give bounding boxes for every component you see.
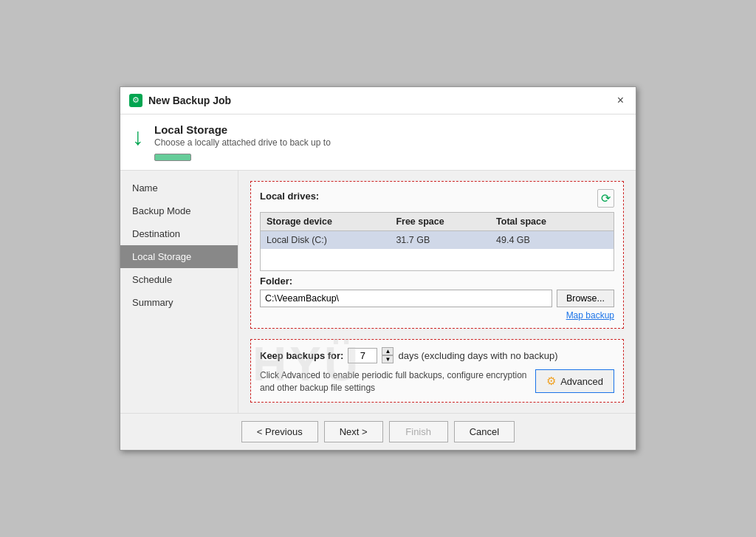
table-row[interactable]: Local Disk (C:) 31.7 GB 49.4 GB [261,230,614,249]
browse-button[interactable]: Browse... [557,290,614,307]
main-body: Name Backup Mode Destination Local Stora… [120,171,636,413]
footer: < Previous Next > Finish Cancel [120,413,636,450]
days-input[interactable] [348,348,377,363]
sidebar-item-name[interactable]: Name [120,177,238,199]
advanced-button[interactable]: ⚙ Advanced [535,369,614,393]
spinner-up-button[interactable]: ▲ [382,347,394,355]
advanced-row: Click Advanced to enable periodic full b… [260,369,614,394]
refresh-button[interactable]: ⟳ [597,189,614,208]
col-actions [594,212,614,230]
previous-button[interactable]: < Previous [241,421,318,442]
drives-table-header: Storage device Free space Total space [261,212,614,230]
header-text: Local Storage Choose a locally attached … [154,123,331,161]
col-total-space: Total space [490,212,594,230]
sidebar-item-summary[interactable]: Summary [120,291,238,314]
gear-icon: ⚙ [546,374,556,388]
sidebar-item-local-storage[interactable]: Local Storage [120,245,238,268]
header-section: ↓ Local Storage Choose a locally attache… [120,114,636,171]
keep-backups-section: Keep backups for: ▲ ▼ days (excluding da… [250,339,624,403]
sidebar-item-destination[interactable]: Destination [120,222,238,245]
down-arrow-icon: ↓ [132,125,144,148]
advanced-label: Advanced [560,376,603,387]
cell-total: 49.4 GB [490,230,594,249]
close-button[interactable]: × [614,93,627,108]
next-button[interactable]: Next > [324,421,383,442]
col-free-space: Free space [390,212,490,230]
header-title: Local Storage [154,123,331,136]
sidebar: Name Backup Mode Destination Local Stora… [120,171,238,413]
advanced-hint: Click Advanced to enable periodic full b… [260,369,535,394]
cell-free: 31.7 GB [390,230,490,249]
cancel-button[interactable]: Cancel [454,421,515,442]
map-backup-link[interactable]: Map backup [260,310,614,321]
days-spinner: ▲ ▼ [382,347,394,363]
content-area: Local drives: ⟳ Storage device Free spac… [238,171,636,413]
header-subtitle: Choose a locally attached drive to back … [154,137,331,148]
keep-label: Keep backups for: [260,350,343,361]
sidebar-item-backup-mode[interactable]: Backup Mode [120,199,238,222]
title-bar-left: ⚙ New Backup Job [129,94,231,107]
local-drives-label: Local drives: [260,191,319,202]
keep-days-text: days (excluding days with no backup) [398,350,557,361]
drives-table: Storage device Free space Total space Lo… [260,212,614,272]
spinner-down-button[interactable]: ▼ [382,355,394,363]
folder-input[interactable] [260,290,552,307]
cell-extra [594,230,614,249]
keep-row: Keep backups for: ▲ ▼ days (excluding da… [260,347,614,363]
folder-section: Folder: Browse... Map backup [260,276,614,321]
sidebar-item-schedule[interactable]: Schedule [120,268,238,291]
title-bar: ⚙ New Backup Job × [120,87,636,114]
dialog-title: New Backup Job [148,95,231,106]
app-icon: ⚙ [129,94,142,107]
table-row-empty [261,249,614,271]
drives-header-row: Local drives: ⟳ [260,189,614,208]
new-backup-job-dialog: ⚙ New Backup Job × ↓ Local Storage Choos… [120,86,636,451]
folder-row: Browse... [260,290,614,307]
cell-device: Local Disk (C:) [261,230,391,249]
col-storage-device: Storage device [261,212,391,230]
finish-button[interactable]: Finish [389,421,448,442]
header-indicator [154,154,191,161]
folder-label: Folder: [260,276,614,287]
local-drives-section: Local drives: ⟳ Storage device Free spac… [250,181,624,329]
